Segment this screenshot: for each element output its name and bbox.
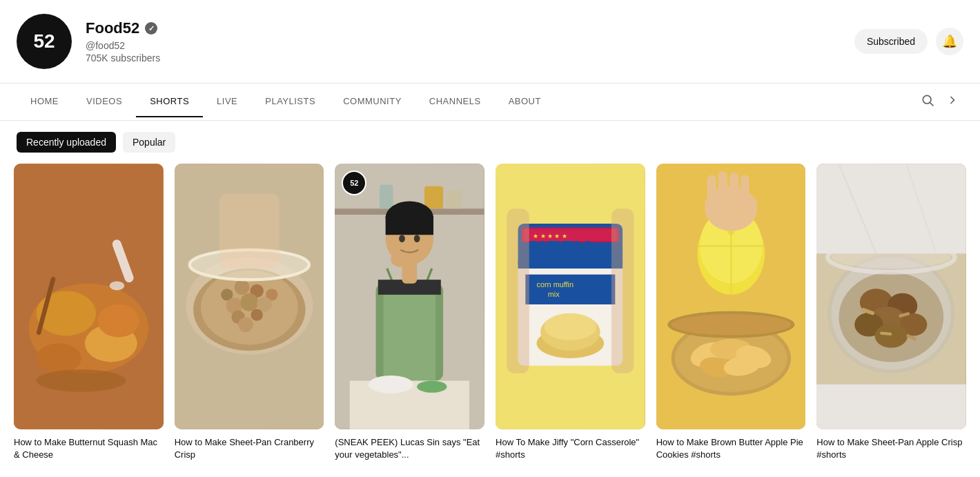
- verified-icon: ✓: [145, 22, 157, 35]
- channel-header: 52 Food52 ✓ @food52 705K subscribers Sub…: [0, 0, 980, 84]
- video-item-6[interactable]: How to Make Sheet-Pan Apple Crisp #short…: [811, 164, 972, 462]
- channel-logo: 52: [17, 14, 72, 69]
- video-thumbnail-2: [175, 164, 324, 429]
- svg-text:corn muffin: corn muffin: [537, 280, 574, 289]
- video-item-1[interactable]: How to Make Butternut Squash Mac & Chees…: [8, 164, 169, 462]
- svg-point-25: [238, 317, 253, 332]
- svg-rect-35: [384, 280, 436, 384]
- video-item-4[interactable]: ★ ★ ★ ★ ★ JIFFY corn muffin mix How To M…: [490, 164, 651, 462]
- svg-point-0: [923, 95, 931, 104]
- svg-point-45: [391, 252, 414, 267]
- svg-rect-75: [729, 173, 738, 199]
- videos-grid: How to Make Butternut Squash Mac & Chees…: [0, 164, 980, 462]
- svg-rect-57: [525, 275, 615, 304]
- channel-handle: @food52: [86, 40, 841, 51]
- tab-home[interactable]: HOME: [17, 86, 72, 117]
- svg-point-9: [37, 369, 126, 392]
- svg-line-1: [930, 103, 934, 106]
- svg-point-21: [240, 293, 258, 311]
- svg-rect-33: [380, 185, 393, 209]
- tab-community[interactable]: COMMUNITY: [329, 86, 415, 117]
- subscribe-button[interactable]: Subscribed: [854, 29, 928, 54]
- tab-shorts[interactable]: SHORTS: [136, 86, 203, 117]
- tab-playlists[interactable]: PLAYLISTS: [251, 86, 329, 117]
- svg-point-6: [37, 343, 81, 373]
- bell-icon: 🔔: [942, 34, 957, 49]
- nav-right-arrow-icon[interactable]: [941, 84, 963, 120]
- video-title-1: How to Make Butternut Squash Mac & Chees…: [14, 436, 164, 461]
- svg-point-43: [400, 235, 406, 242]
- video-title-5: How to Make Brown Butter Apple Pie Cooki…: [656, 436, 806, 461]
- svg-text:JIFFY: JIFFY: [525, 236, 590, 262]
- recently-uploaded-filter[interactable]: Recently uploaded: [17, 132, 116, 153]
- popular-filter[interactable]: Popular: [123, 132, 175, 153]
- video-thumbnail-1: [14, 164, 164, 429]
- tab-videos[interactable]: VIDEOS: [72, 86, 136, 117]
- search-icon[interactable]: [914, 84, 941, 120]
- svg-rect-74: [718, 171, 727, 199]
- header-actions: Subscribed 🔔: [854, 28, 963, 55]
- video-title-3: (SNEAK PEEK) Lucas Sin says "Eat your ve…: [335, 436, 484, 461]
- video-thumbnail-5: [656, 164, 806, 429]
- svg-point-85: [671, 314, 790, 335]
- svg-text:mix: mix: [548, 290, 560, 298]
- svg-point-7: [97, 304, 139, 338]
- notification-bell-button[interactable]: 🔔: [936, 28, 963, 55]
- channel-nav: HOME VIDEOS SHORTS LIVE PLAYLISTS COMMUN…: [0, 84, 980, 121]
- video-item-3[interactable]: 52 (SNEAK PEEK) Lucas Sin says "Eat your…: [329, 164, 490, 462]
- svg-rect-42: [386, 216, 433, 235]
- tab-live[interactable]: LIVE: [203, 86, 251, 117]
- svg-rect-102: [816, 164, 966, 253]
- svg-rect-32: [447, 190, 462, 208]
- tab-channels[interactable]: CHANNELS: [415, 86, 495, 117]
- svg-point-44: [414, 235, 420, 242]
- video-item-5[interactable]: How to Make Brown Butter Apple Pie Cooki…: [651, 164, 812, 462]
- svg-point-48: [418, 380, 447, 392]
- video-item-2[interactable]: How to Make Sheet-Pan Cranberry Crisp: [169, 164, 330, 462]
- svg-rect-76: [741, 175, 749, 199]
- channel-subscribers: 705K subscribers: [86, 52, 841, 64]
- channel-name-row: Food52 ✓: [86, 19, 841, 37]
- svg-point-47: [369, 376, 413, 393]
- channel-info: Food52 ✓ @food52 705K subscribers: [86, 19, 841, 64]
- svg-point-24: [251, 309, 262, 320]
- svg-point-17: [234, 280, 249, 295]
- svg-rect-28: [219, 194, 280, 269]
- svg-rect-105: [816, 384, 966, 429]
- video-title-6: How to Make Sheet-Pan Apple Crisp #short…: [816, 436, 966, 461]
- svg-rect-73: [707, 175, 716, 202]
- tab-about[interactable]: ABOUT: [495, 86, 555, 117]
- video-thumbnail-6: [816, 164, 966, 429]
- svg-point-95: [875, 324, 908, 348]
- svg-rect-64: [611, 208, 634, 373]
- svg-rect-31: [424, 186, 443, 209]
- svg-point-62: [544, 313, 596, 340]
- svg-rect-52: [518, 261, 623, 269]
- video-thumbnail-4: ★ ★ ★ ★ ★ JIFFY corn muffin mix: [496, 164, 645, 429]
- filter-bar: Recently uploaded Popular: [0, 121, 980, 164]
- svg-rect-63: [507, 208, 529, 373]
- video-title-4: How To Make Jiffy "Corn Casserole" #shor…: [496, 436, 645, 461]
- video-title-2: How to Make Sheet-Pan Cranberry Crisp: [175, 436, 324, 461]
- channel-name: Food52: [86, 19, 139, 37]
- video-thumbnail-3: 52: [335, 164, 484, 429]
- svg-point-11: [110, 281, 125, 290]
